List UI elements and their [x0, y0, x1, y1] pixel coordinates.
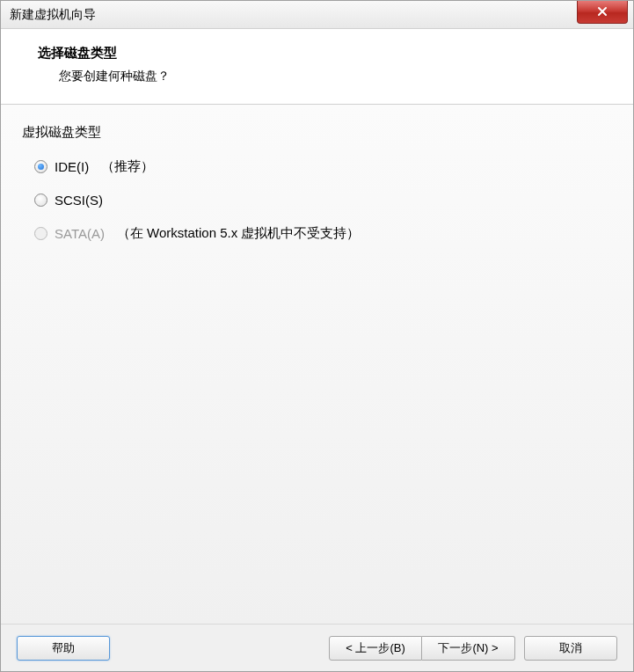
- radio-label: IDE(I): [55, 159, 89, 174]
- back-button[interactable]: < 上一步(B): [329, 636, 422, 661]
- header-panel: 选择磁盘类型 您要创建何种磁盘？: [1, 29, 633, 105]
- radio-icon: [34, 227, 47, 240]
- radio-icon: [34, 194, 47, 207]
- radio-option-ide[interactable]: IDE(I) （推荐）: [34, 158, 612, 175]
- page-subtitle: 您要创建何种磁盘？: [38, 69, 608, 84]
- next-button[interactable]: 下一步(N) >: [422, 636, 515, 661]
- radio-icon: [34, 160, 47, 173]
- radio-note: （推荐）: [101, 158, 154, 175]
- group-label: 虚拟磁盘类型: [22, 124, 612, 141]
- footer: 帮助 < 上一步(B) 下一步(N) > 取消: [1, 624, 633, 671]
- nav-button-group: < 上一步(B) 下一步(N) >: [329, 636, 515, 661]
- cancel-button[interactable]: 取消: [524, 636, 617, 661]
- page-title: 选择磁盘类型: [38, 45, 608, 62]
- radio-label: SATA(A): [55, 226, 105, 241]
- titlebar: 新建虚拟机向导: [1, 1, 633, 29]
- close-button[interactable]: [577, 1, 628, 24]
- radio-label: SCSI(S): [55, 193, 103, 208]
- help-button[interactable]: 帮助: [17, 636, 110, 661]
- close-icon: [596, 5, 608, 18]
- radio-option-scsi[interactable]: SCSI(S): [34, 193, 612, 208]
- content-area: 虚拟磁盘类型 IDE(I) （推荐） SCSI(S) SATA(A) （在 Wo…: [1, 105, 633, 624]
- radio-note: （在 Workstation 5.x 虚拟机中不受支持）: [117, 225, 360, 242]
- radio-group: IDE(I) （推荐） SCSI(S) SATA(A) （在 Workstati…: [22, 158, 612, 242]
- radio-option-sata: SATA(A) （在 Workstation 5.x 虚拟机中不受支持）: [34, 225, 612, 242]
- wizard-window: 新建虚拟机向导 选择磁盘类型 您要创建何种磁盘？ 虚拟磁盘类型 IDE(I) （…: [0, 0, 634, 672]
- window-title: 新建虚拟机向导: [10, 7, 96, 23]
